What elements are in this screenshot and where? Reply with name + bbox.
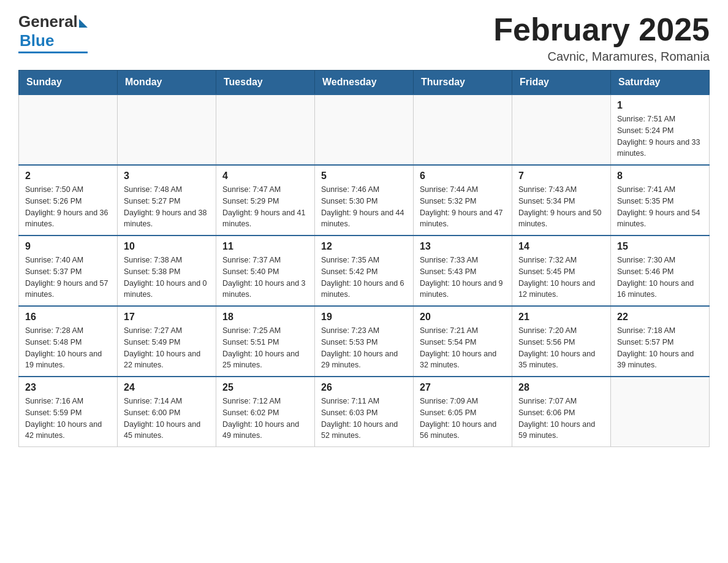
day-number: 8 [617, 170, 703, 182]
calendar-cell: 18Sunrise: 7:25 AMSunset: 5:51 PMDayligh… [216, 306, 315, 377]
day-info: Sunrise: 7:09 AMSunset: 6:05 PMDaylight:… [420, 396, 506, 442]
calendar-cell: 11Sunrise: 7:37 AMSunset: 5:40 PMDayligh… [216, 236, 315, 306]
title-block: February 2025 Cavnic, Maramures, Romania [493, 12, 710, 64]
day-number: 14 [518, 241, 604, 252]
day-info: Sunrise: 7:12 AMSunset: 6:02 PMDaylight:… [222, 396, 308, 442]
week-row-4: 16Sunrise: 7:28 AMSunset: 5:48 PMDayligh… [19, 306, 710, 377]
week-row-1: 1Sunrise: 7:51 AMSunset: 5:24 PMDaylight… [19, 94, 710, 165]
calendar-cell: 23Sunrise: 7:16 AMSunset: 5:59 PMDayligh… [19, 377, 118, 447]
calendar-header-saturday: Saturday [611, 71, 710, 95]
day-info: Sunrise: 7:51 AMSunset: 5:24 PMDaylight:… [617, 113, 703, 159]
calendar-cell: 21Sunrise: 7:20 AMSunset: 5:56 PMDayligh… [512, 306, 611, 377]
calendar-cell: 10Sunrise: 7:38 AMSunset: 5:38 PMDayligh… [118, 236, 216, 306]
calendar-cell [19, 94, 118, 165]
day-info: Sunrise: 7:43 AMSunset: 5:34 PMDaylight:… [518, 184, 604, 230]
day-info: Sunrise: 7:20 AMSunset: 5:56 PMDaylight:… [518, 325, 604, 371]
week-row-5: 23Sunrise: 7:16 AMSunset: 5:59 PMDayligh… [19, 377, 710, 447]
calendar-header-row: SundayMondayTuesdayWednesdayThursdayFrid… [19, 71, 710, 95]
calendar-cell [216, 94, 315, 165]
calendar-cell [414, 94, 512, 165]
calendar-header-monday: Monday [118, 71, 216, 95]
logo-arrow-icon [79, 19, 88, 28]
day-info: Sunrise: 7:25 AMSunset: 5:51 PMDaylight:… [222, 325, 308, 371]
day-number: 11 [222, 241, 308, 252]
day-info: Sunrise: 7:16 AMSunset: 5:59 PMDaylight:… [25, 396, 111, 442]
day-info: Sunrise: 7:14 AMSunset: 6:00 PMDaylight:… [124, 396, 210, 442]
day-info: Sunrise: 7:11 AMSunset: 6:03 PMDaylight:… [321, 396, 407, 442]
calendar-cell: 7Sunrise: 7:43 AMSunset: 5:34 PMDaylight… [512, 165, 611, 236]
calendar-table: SundayMondayTuesdayWednesdayThursdayFrid… [18, 70, 710, 447]
day-info: Sunrise: 7:37 AMSunset: 5:40 PMDaylight:… [222, 255, 308, 301]
calendar-cell: 25Sunrise: 7:12 AMSunset: 6:02 PMDayligh… [216, 377, 315, 447]
calendar-header-wednesday: Wednesday [315, 71, 414, 95]
day-number: 16 [25, 312, 111, 323]
day-info: Sunrise: 7:38 AMSunset: 5:38 PMDaylight:… [124, 255, 210, 301]
day-number: 2 [25, 170, 111, 182]
day-number: 24 [124, 382, 210, 393]
day-number: 3 [124, 170, 210, 182]
day-number: 27 [420, 382, 506, 393]
day-info: Sunrise: 7:46 AMSunset: 5:30 PMDaylight:… [321, 184, 407, 230]
day-number: 25 [222, 382, 308, 393]
day-number: 4 [222, 170, 308, 182]
day-number: 21 [518, 312, 604, 323]
day-info: Sunrise: 7:33 AMSunset: 5:43 PMDaylight:… [420, 255, 506, 301]
calendar-header-sunday: Sunday [19, 71, 118, 95]
calendar-cell [315, 94, 414, 165]
day-number: 5 [321, 170, 407, 182]
logo-general-text: General [18, 12, 78, 31]
day-number: 7 [518, 170, 604, 182]
day-info: Sunrise: 7:44 AMSunset: 5:32 PMDaylight:… [420, 184, 506, 230]
calendar-cell: 26Sunrise: 7:11 AMSunset: 6:03 PMDayligh… [315, 377, 414, 447]
day-info: Sunrise: 7:28 AMSunset: 5:48 PMDaylight:… [25, 325, 111, 371]
calendar-cell [611, 377, 710, 447]
day-number: 17 [124, 312, 210, 323]
day-number: 15 [617, 241, 703, 252]
page-header: General Blue February 2025 Cavnic, Maram… [18, 12, 710, 64]
calendar-cell [512, 94, 611, 165]
day-info: Sunrise: 7:47 AMSunset: 5:29 PMDaylight:… [222, 184, 308, 230]
day-number: 28 [518, 382, 604, 393]
day-number: 1 [617, 100, 703, 111]
day-number: 20 [420, 312, 506, 323]
day-number: 9 [25, 241, 111, 252]
month-title: February 2025 [493, 12, 710, 47]
calendar-cell: 17Sunrise: 7:27 AMSunset: 5:49 PMDayligh… [118, 306, 216, 377]
calendar-cell: 9Sunrise: 7:40 AMSunset: 5:37 PMDaylight… [19, 236, 118, 306]
calendar-cell: 6Sunrise: 7:44 AMSunset: 5:32 PMDaylight… [414, 165, 512, 236]
day-number: 18 [222, 312, 308, 323]
calendar-cell: 24Sunrise: 7:14 AMSunset: 6:00 PMDayligh… [118, 377, 216, 447]
logo: General Blue [18, 12, 88, 53]
calendar-header-friday: Friday [512, 71, 611, 95]
day-number: 26 [321, 382, 407, 393]
calendar-cell: 22Sunrise: 7:18 AMSunset: 5:57 PMDayligh… [611, 306, 710, 377]
day-info: Sunrise: 7:27 AMSunset: 5:49 PMDaylight:… [124, 325, 210, 371]
day-info: Sunrise: 7:50 AMSunset: 5:26 PMDaylight:… [25, 184, 111, 230]
day-info: Sunrise: 7:40 AMSunset: 5:37 PMDaylight:… [25, 255, 111, 301]
calendar-cell: 28Sunrise: 7:07 AMSunset: 6:06 PMDayligh… [512, 377, 611, 447]
day-info: Sunrise: 7:35 AMSunset: 5:42 PMDaylight:… [321, 255, 407, 301]
calendar-cell: 20Sunrise: 7:21 AMSunset: 5:54 PMDayligh… [414, 306, 512, 377]
calendar-cell: 19Sunrise: 7:23 AMSunset: 5:53 PMDayligh… [315, 306, 414, 377]
calendar-cell: 5Sunrise: 7:46 AMSunset: 5:30 PMDaylight… [315, 165, 414, 236]
calendar-header-tuesday: Tuesday [216, 71, 315, 95]
calendar-cell: 2Sunrise: 7:50 AMSunset: 5:26 PMDaylight… [19, 165, 118, 236]
calendar-cell: 1Sunrise: 7:51 AMSunset: 5:24 PMDaylight… [611, 94, 710, 165]
calendar-cell: 14Sunrise: 7:32 AMSunset: 5:45 PMDayligh… [512, 236, 611, 306]
day-info: Sunrise: 7:07 AMSunset: 6:06 PMDaylight:… [518, 396, 604, 442]
calendar-cell: 16Sunrise: 7:28 AMSunset: 5:48 PMDayligh… [19, 306, 118, 377]
calendar-cell [118, 94, 216, 165]
calendar-header-thursday: Thursday [414, 71, 512, 95]
calendar-cell: 13Sunrise: 7:33 AMSunset: 5:43 PMDayligh… [414, 236, 512, 306]
day-number: 22 [617, 312, 703, 323]
calendar-cell: 27Sunrise: 7:09 AMSunset: 6:05 PMDayligh… [414, 377, 512, 447]
logo-underline [18, 52, 88, 53]
day-number: 13 [420, 241, 506, 252]
day-info: Sunrise: 7:30 AMSunset: 5:46 PMDaylight:… [617, 255, 703, 301]
calendar-cell: 3Sunrise: 7:48 AMSunset: 5:27 PMDaylight… [118, 165, 216, 236]
week-row-3: 9Sunrise: 7:40 AMSunset: 5:37 PMDaylight… [19, 236, 710, 306]
day-info: Sunrise: 7:18 AMSunset: 5:57 PMDaylight:… [617, 325, 703, 371]
location-title: Cavnic, Maramures, Romania [493, 50, 710, 64]
logo-blue-text: Blue [20, 31, 54, 50]
day-number: 12 [321, 241, 407, 252]
